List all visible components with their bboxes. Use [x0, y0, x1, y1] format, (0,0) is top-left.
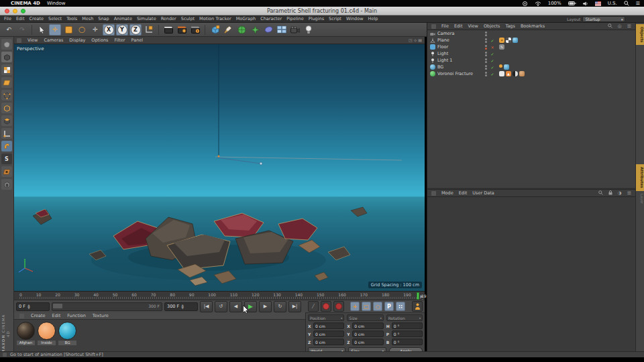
add-camera-button[interactable] [289, 24, 301, 36]
menu-item[interactable]: Help [368, 16, 378, 21]
solo-animation-button[interactable] [412, 301, 423, 312]
position-y-field[interactable]: 0 cm [313, 330, 344, 337]
filter-icon[interactable]: ◎ [618, 23, 622, 29]
material-panel-icon[interactable] [19, 314, 24, 318]
undo-button[interactable]: ↶ [3, 24, 15, 36]
menu-item[interactable]: Create [29, 16, 44, 21]
viewport-toggle-icons[interactable]: ◳ ⟐ ▤ [409, 38, 422, 43]
perspective-viewport[interactable]: Perspective Grid Spacing : 100 cm [14, 44, 425, 291]
position-header-dropdown[interactable]: Position▾ [308, 314, 344, 321]
menu-item[interactable]: Animate [114, 16, 132, 21]
window-titlebar[interactable]: Parametric Shell fracturing 01.c4d - Mai… [0, 7, 644, 15]
key-rotation-toggle[interactable]: ○ [373, 302, 382, 311]
search-icon[interactable] [598, 190, 603, 196]
texture-mode-button[interactable] [1, 64, 12, 75]
enable-state[interactable]: ✕ [489, 45, 496, 50]
key-scale-toggle[interactable]: □ [362, 302, 371, 311]
object-name[interactable]: Light [437, 51, 479, 56]
timeline-playhead[interactable] [417, 292, 419, 300]
mat-menu-function[interactable]: Function [67, 313, 86, 318]
preview-range-slider[interactable]: 300 F [52, 302, 162, 311]
add-cube-object-button[interactable] [209, 24, 221, 36]
mat-menu-texture[interactable]: Texture [93, 313, 109, 318]
last-used-tool[interactable]: ✛ [89, 24, 101, 36]
om-menu-bookmarks[interactable]: Bookmarks [521, 23, 545, 29]
enable-snap-button[interactable] [1, 141, 12, 152]
object-row-voronoi-fracture[interactable]: Voronoi Fracture ✓ ▲ [427, 70, 635, 77]
redo-button[interactable]: ↷ [16, 24, 28, 36]
points-mode-button[interactable] [1, 90, 12, 101]
position-x-field[interactable]: 0 cm [313, 322, 344, 329]
next-frame-button[interactable]: ▶ [259, 301, 272, 312]
render-settings-button[interactable] [189, 24, 201, 36]
texture-tag-icon[interactable] [519, 71, 525, 76]
enable-state[interactable]: ✓ [489, 38, 496, 43]
add-deformer-button[interactable] [262, 24, 274, 36]
prev-frame-button[interactable]: ◀ [229, 301, 242, 312]
material-item[interactable]: Inside [38, 322, 56, 351]
ruler-scroll-arrow[interactable]: ▶ [420, 294, 423, 298]
model-mode-button[interactable] [1, 52, 12, 62]
menu-icon[interactable]: ☰ [627, 190, 631, 196]
autokeying-button[interactable] [321, 301, 331, 312]
enable-state[interactable]: ✓ [489, 65, 496, 70]
compositing-tag-icon[interactable]: ✎ [499, 44, 504, 50]
keyframe-selection-button[interactable] [333, 301, 344, 312]
notification-center-icon[interactable]: ☰ [636, 1, 640, 6]
scale-tool[interactable] [62, 24, 74, 36]
layout-dropdown[interactable]: Startup▾ [582, 16, 625, 22]
phong-tag-icon[interactable] [506, 38, 511, 43]
selection-tag-icon[interactable] [499, 71, 504, 76]
menu-item[interactable]: Sculpt [181, 16, 195, 21]
key-parameter-toggle[interactable]: P [384, 302, 394, 311]
menu-item[interactable]: Mesh [82, 16, 93, 21]
enable-state[interactable]: ✓ [489, 72, 496, 76]
add-light-button[interactable] [303, 24, 315, 36]
om-menu-file[interactable]: File [441, 23, 449, 29]
vp-menu-panel[interactable]: Panel [131, 38, 144, 43]
menu-item[interactable]: Motion Tracker [199, 16, 231, 21]
visibility-toggles[interactable] [485, 65, 487, 70]
am-panel-icon[interactable] [431, 191, 436, 196]
display-icon[interactable] [522, 1, 528, 6]
visibility-toggles[interactable] [485, 32, 487, 36]
key-pla-toggle[interactable]: ∷ [396, 302, 405, 311]
edges-mode-button[interactable] [1, 103, 12, 113]
record-keyframe-button[interactable]: ⁄ [308, 301, 319, 312]
material-preview-bg[interactable] [58, 322, 76, 340]
object-name[interactable]: Voronoi Fracture [437, 71, 479, 76]
object-name[interactable]: Plane [437, 38, 479, 43]
object-name[interactable]: Camera [437, 31, 479, 36]
material-preview-inside[interactable] [38, 322, 56, 340]
object-row-plane[interactable]: Plane ✓ ✶ [427, 37, 635, 44]
menu-item[interactable]: Window [346, 16, 364, 21]
viewport-panel-icon[interactable] [17, 38, 21, 43]
menu-item[interactable]: Script [329, 16, 341, 21]
menu-icon[interactable]: ☰ [627, 23, 631, 29]
object-row-camera[interactable]: Camera [427, 30, 635, 37]
om-panel-icon[interactable] [431, 24, 436, 29]
menu-item[interactable]: Pipeline [286, 16, 303, 21]
add-generator-button[interactable] [249, 24, 261, 36]
mac-app-menu[interactable]: CINEMA 4D [11, 1, 40, 6]
object-row-bg[interactable]: BG ✓ [427, 64, 635, 70]
size-header-dropdown[interactable]: Size▾ [347, 314, 383, 321]
rotation-p-field[interactable]: 0 ° [392, 330, 423, 337]
snap-settings-button[interactable]: S [1, 154, 12, 164]
object-row-light-1[interactable]: Light 1 ✓ [427, 57, 635, 64]
fracture-tag-icon[interactable]: ✶ [499, 38, 504, 43]
size-x-field[interactable]: 0 cm [352, 322, 383, 329]
position-z-field[interactable]: 0 cm [313, 339, 344, 345]
goto-prev-key-button[interactable]: ↺ [215, 301, 227, 312]
live-selection-tool[interactable] [36, 24, 48, 36]
input-flag-icon[interactable] [595, 1, 601, 6]
rotate-tool[interactable]: ◯ [76, 24, 88, 36]
om-menu-objects[interactable]: Objects [484, 23, 500, 29]
object-row-floor[interactable]: Floor ✕ ✎ [427, 44, 635, 50]
input-lang-label[interactable]: U.S. [608, 1, 617, 6]
vp-menu-options[interactable]: Options [91, 38, 108, 43]
texture-tag-icon[interactable] [504, 64, 509, 70]
vp-menu-view[interactable]: View [28, 38, 38, 43]
visibility-toggles[interactable] [485, 45, 487, 50]
menu-item[interactable]: Render [161, 16, 176, 21]
